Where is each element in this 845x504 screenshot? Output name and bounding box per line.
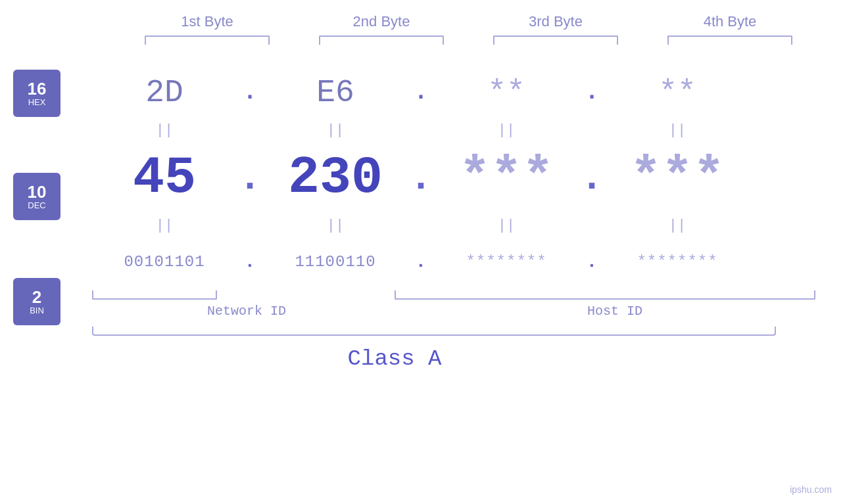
badge-dec: 10 DEC — [13, 173, 60, 220]
bin-cell-1: 00101101 — [92, 253, 237, 271]
eq2-c4: || — [605, 218, 750, 234]
layout-wrapper: 16 HEX 10 DEC 2 BIN 2D . E6 — [0, 64, 845, 371]
badge-bin-box: 2 BIN — [13, 278, 60, 325]
hex-dot-1: . — [237, 79, 263, 106]
bracket-3 — [493, 35, 618, 45]
dec-cell-4: *** — [605, 148, 750, 208]
eq2-c2: || — [263, 218, 408, 234]
byte-labels: 1st Byte 2nd Byte 3rd Byte 4th Byte — [120, 13, 817, 30]
badge-hex: 16 HEX — [13, 70, 60, 117]
bracket-1 — [145, 35, 270, 45]
hex-dot-3: . — [579, 79, 605, 106]
id-labels: Network ID Host ID — [92, 304, 845, 319]
hex-cell-1: 2D — [92, 75, 237, 110]
byte-label-2: 2nd Byte — [309, 13, 454, 30]
bin-cell-3: ******** — [434, 253, 579, 271]
network-id-label: Network ID — [92, 304, 401, 319]
main-container: 1st Byte 2nd Byte 3rd Byte 4th Byte 16 H… — [0, 0, 845, 504]
bracket-2 — [319, 35, 444, 45]
bin-cell-4: ******** — [605, 253, 750, 271]
bin-dot-2: . — [408, 252, 434, 272]
bin-dot-1: . — [237, 252, 263, 272]
class-label: Class A — [0, 346, 789, 371]
eq1-c2: || — [263, 122, 408, 139]
bin-row: 00101101 . 11100110 . ******** . *******… — [92, 235, 845, 288]
eq1-c3: || — [434, 122, 579, 139]
bin-dot-3: . — [579, 252, 605, 272]
bracket-4 — [667, 35, 792, 45]
dec-dot-2: . — [408, 156, 434, 200]
dec-cell-2: 230 — [263, 148, 408, 208]
bin-cell-2: 11100110 — [263, 253, 408, 271]
hex-cell-3: ** — [434, 75, 579, 110]
dec-row: 45 . 230 . *** . *** — [92, 140, 845, 216]
badge-bin: 2 BIN — [13, 278, 60, 325]
host-id-label: Host ID — [401, 304, 829, 319]
equals-row-2: || || || || — [92, 216, 845, 235]
bottom-brackets — [92, 290, 845, 300]
badge-hex-box: 16 HEX — [13, 70, 60, 117]
hex-cell-4: ** — [605, 75, 750, 110]
top-brackets — [120, 35, 817, 45]
dec-dot-3: . — [579, 156, 605, 200]
byte-label-3: 3rd Byte — [483, 13, 628, 30]
dec-cell-1: 45 — [92, 148, 237, 208]
dec-dot-1: . — [237, 156, 263, 200]
eq1-c4: || — [605, 122, 750, 139]
byte-label-4: 4th Byte — [658, 13, 802, 30]
watermark: ipshu.com — [790, 484, 832, 495]
eq1-c1: || — [92, 122, 237, 139]
hex-cell-2: E6 — [263, 75, 408, 110]
byte-label-1: 1st Byte — [135, 13, 279, 30]
equals-row-1: || || || || — [92, 120, 845, 140]
eq2-c1: || — [92, 218, 237, 234]
host-bracket — [395, 290, 815, 300]
network-bracket — [92, 290, 217, 300]
eq2-c3: || — [434, 218, 579, 234]
hex-row: 2D . E6 . ** . ** — [92, 64, 845, 120]
hex-dot-2: . — [408, 79, 434, 106]
full-bracket — [92, 327, 776, 336]
bracket-gap — [217, 290, 395, 300]
badge-dec-box: 10 DEC — [13, 173, 60, 220]
dec-cell-3: *** — [434, 148, 579, 208]
